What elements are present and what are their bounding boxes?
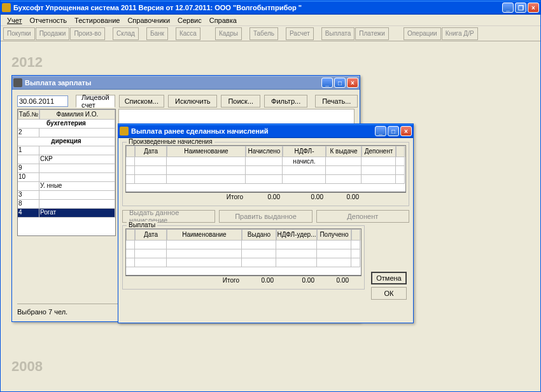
salary-close-button[interactable]: ×: [347, 78, 358, 88]
tb-raschet[interactable]: Расчет: [286, 27, 314, 40]
payments-grid[interactable]: Дата Наименование Выдано НДФЛ-удер... По…: [125, 228, 362, 276]
salary-window-title: Выплата зарплаты: [25, 79, 321, 87]
category-row: дирекция: [18, 137, 115, 146]
tb-vyplata[interactable]: Выплата: [321, 27, 355, 40]
accruals-grid[interactable]: Дата Наименование Начислено НДФЛ-начисл.…: [125, 145, 406, 192]
tab-spiskom[interactable]: Списком...: [119, 95, 164, 108]
menu-servis[interactable]: Сервис: [174, 16, 206, 25]
filter-button[interactable]: Фильтр...: [264, 95, 307, 108]
tb-bank[interactable]: Банк: [146, 27, 168, 40]
payments-total-row: Итого 0.00 0.00 0.00: [125, 276, 362, 286]
ok-button[interactable]: ОК: [371, 287, 407, 300]
dialog-minimize-button[interactable]: _: [375, 126, 386, 136]
deponent-button[interactable]: Депонент: [316, 210, 409, 223]
payments-group: Выплаты Дата Наименование Выдано НДФЛ-уд…: [122, 225, 365, 290]
exclude-button[interactable]: Исключить: [168, 95, 217, 108]
search-button[interactable]: Поиск...: [221, 95, 260, 108]
payments-group-title: Выплаты: [127, 221, 157, 228]
toolbar: Покупки Продажи Произ-во Склад Банк Касс…: [1, 26, 540, 41]
date-input[interactable]: [17, 95, 68, 107]
tb-kniga[interactable]: Книга Д/Р: [442, 27, 478, 40]
menu-uchet[interactable]: Учет: [3, 16, 26, 25]
issue-accrual-button[interactable]: Выдать данное начисление: [122, 210, 215, 223]
accruals-group: Произведенные начисления Дата Наименован…: [122, 142, 409, 206]
tb-kassa[interactable]: Касса: [176, 27, 200, 40]
menu-spravochniki[interactable]: Справочники: [123, 16, 174, 25]
minimize-button[interactable]: _: [502, 3, 514, 13]
edit-issued-button[interactable]: Править выданное: [219, 210, 312, 223]
print-button[interactable]: Печать...: [315, 95, 358, 108]
employee-grid[interactable]: Таб.№ Фамилия И.О. бухгелтерия 2 дирекци…: [17, 109, 116, 236]
tb-operacii[interactable]: Операции: [404, 27, 441, 40]
dialog-icon: [120, 127, 129, 136]
menu-spravka[interactable]: Справка: [206, 16, 241, 25]
accruals-group-title: Произведенные начисления: [127, 138, 214, 145]
cancel-button[interactable]: Отмена: [371, 272, 407, 284]
app-icon: [2, 3, 11, 12]
menu-otchetnost[interactable]: Отчетность: [26, 16, 71, 25]
category-row: бухгелтерия: [18, 120, 115, 129]
tab-licevoy-schet[interactable]: Лицевой счет: [76, 95, 115, 108]
year-label-top: 2012: [11, 54, 43, 71]
year-label-bottom: 2008: [11, 358, 43, 375]
tb-tabel[interactable]: Табель: [249, 27, 278, 40]
col-tabno: Таб.№: [18, 109, 39, 120]
menu-testirovanie[interactable]: Тестирование: [71, 16, 123, 25]
app-window-buttons: _ ❐ ×: [502, 3, 539, 13]
app-titlebar: Бухсофт Упрощенная система 2011 Версия о…: [1, 1, 540, 15]
salary-maximize-button[interactable]: □: [334, 78, 346, 88]
app-title: Бухсофт Упрощенная система 2011 Версия о…: [13, 4, 502, 11]
restore-button[interactable]: ❐: [515, 3, 526, 13]
main-client-area: 2012 2008 Выплата зарплаты _ □ × Лицевой…: [1, 41, 540, 391]
salary-titlebar: Выплата зарплаты _ □ ×: [12, 76, 360, 90]
accruals-total-row: Итого 0.00 0.00 0.00: [125, 192, 406, 203]
menubar: Учет Отчетность Тестирование Справочники…: [1, 15, 540, 26]
app-window: Бухсофт Упрощенная система 2011 Версия о…: [0, 0, 541, 392]
tb-proizvo[interactable]: Произ-во: [70, 27, 105, 40]
tb-pokupki[interactable]: Покупки: [3, 27, 35, 40]
dialog-maximize-button[interactable]: □: [388, 126, 399, 136]
col-fio: Фамилия И.О.: [39, 109, 115, 120]
tb-sklad[interactable]: Склад: [113, 27, 139, 40]
dialog-titlebar: Выплата ранее сделанных начислений _ □ ×: [118, 124, 413, 138]
dialog-close-button[interactable]: ×: [400, 126, 412, 136]
tb-prodazhi[interactable]: Продажи: [36, 27, 70, 40]
tb-kadry[interactable]: Кадры: [215, 27, 242, 40]
earlier-payments-dialog: Выплата ранее сделанных начислений _ □ ×…: [118, 123, 414, 323]
dialog-title: Выплата ранее сделанных начислений: [131, 127, 375, 135]
salary-window-icon: [13, 78, 22, 87]
close-button[interactable]: ×: [528, 3, 539, 13]
tb-platezhi[interactable]: Платежи: [355, 27, 389, 40]
salary-minimize-button[interactable]: _: [321, 78, 333, 88]
